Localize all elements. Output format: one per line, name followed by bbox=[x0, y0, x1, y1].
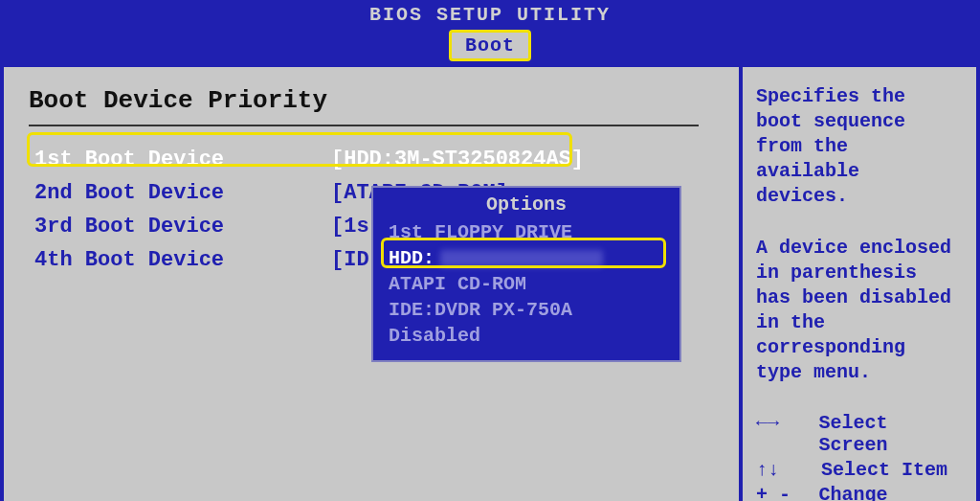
options-popup: Options 1st FLOPPY DRIVE HDD: ATAPI CD-R… bbox=[371, 186, 681, 362]
option-disabled[interactable]: Disabled bbox=[385, 323, 668, 349]
legend-change-option: + - Change Option bbox=[756, 484, 963, 501]
option-atapi[interactable]: ATAPI CD-ROM bbox=[385, 271, 668, 297]
tab-bar: Boot bbox=[0, 28, 980, 67]
legend-key: ↑↓ bbox=[756, 459, 821, 481]
main-panel: Boot Device Priority 1st Boot Device [HD… bbox=[4, 67, 739, 501]
boot-row-value: [HDD:3M-ST3250824AS] bbox=[331, 148, 584, 171]
option-hdd-label: HDD: bbox=[389, 247, 434, 269]
app-title: BIOS SETUP UTILITY bbox=[0, 0, 980, 28]
option-floppy[interactable]: 1st FLOPPY DRIVE bbox=[385, 219, 668, 245]
option-ide[interactable]: IDE:DVDR PX-750A bbox=[385, 297, 668, 323]
boot-row-value: [1s bbox=[331, 215, 369, 239]
boot-row-1[interactable]: 1st Boot Device [HDD:3M-ST3250824AS] bbox=[29, 144, 714, 175]
boot-row-label: 1st Boot Device bbox=[34, 148, 331, 171]
option-hdd[interactable]: HDD: bbox=[385, 245, 668, 271]
legend-action: Select Item bbox=[821, 459, 947, 481]
legend-select-item: ↑↓ Select Item bbox=[756, 459, 963, 481]
legend-key: + - bbox=[756, 484, 819, 501]
boot-row-label: 3rd Boot Device bbox=[34, 215, 331, 239]
boot-row-label: 2nd Boot Device bbox=[34, 181, 331, 205]
divider bbox=[29, 125, 699, 126]
legend-key: ←→ bbox=[756, 412, 819, 456]
help-text-1: Specifies the boot sequence from the ava… bbox=[756, 84, 963, 209]
option-hdd-obscured bbox=[440, 250, 603, 267]
boot-row-value: [ID bbox=[331, 248, 369, 272]
help-text-2: A device enclosed in parenthesis has bee… bbox=[756, 236, 963, 385]
tab-boot[interactable]: Boot bbox=[449, 30, 531, 61]
legend-select-screen: ←→ Select Screen bbox=[756, 412, 963, 456]
boot-row-label: 4th Boot Device bbox=[34, 248, 331, 272]
options-popup-title: Options bbox=[385, 194, 668, 216]
legend-action: Change Option bbox=[819, 484, 963, 501]
content-area: Boot Device Priority 1st Boot Device [HD… bbox=[0, 67, 980, 501]
help-panel: Specifies the boot sequence from the ava… bbox=[739, 67, 976, 501]
section-title: Boot Device Priority bbox=[29, 86, 714, 115]
legend-action: Select Screen bbox=[819, 412, 963, 456]
